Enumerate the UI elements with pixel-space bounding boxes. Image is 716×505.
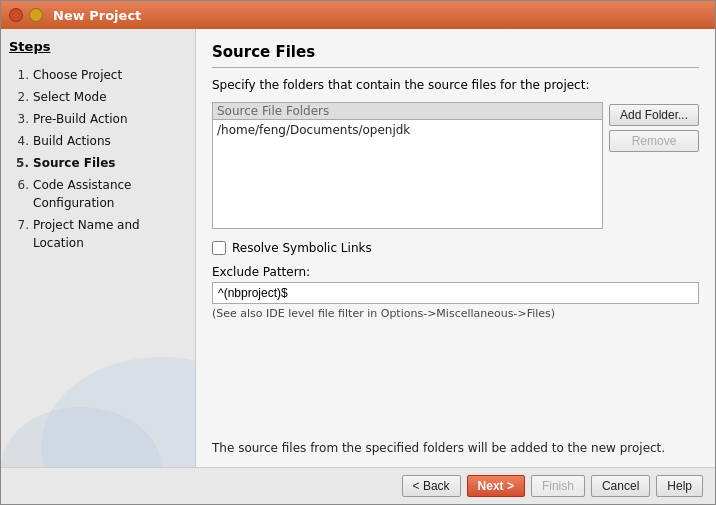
step-4: 4. Build Actions [9, 130, 187, 152]
step-2: 2. Select Mode [9, 86, 187, 108]
step-3-label: Pre-Build Action [33, 110, 128, 128]
step-7-label: Project Name and Location [33, 216, 185, 252]
content-area: Steps 1. Choose Project 2. Select Mode 3… [1, 29, 715, 467]
folder-section: Source File Folders /home/feng/Documents… [212, 102, 699, 229]
add-folder-button[interactable]: Add Folder... [609, 104, 699, 126]
sidebar-decoration [1, 327, 196, 467]
step-3: 3. Pre-Build Action [9, 108, 187, 130]
remove-button[interactable]: Remove [609, 130, 699, 152]
page-description: Specify the folders that contain the sou… [212, 78, 699, 92]
resolve-symbolic-links-checkbox[interactable] [212, 241, 226, 255]
folder-list[interactable]: /home/feng/Documents/openjdk [212, 119, 603, 229]
folder-list-label: Source File Folders [212, 102, 603, 119]
step-5-num: 5. [11, 154, 29, 172]
step-5: 5. Source Files [9, 152, 187, 174]
step-7-num: 7. [11, 216, 29, 252]
folder-buttons: Add Folder... Remove [609, 102, 699, 152]
main-panel: Source Files Specify the folders that co… [196, 29, 715, 467]
step-6: 6. Code Assistance Configuration [9, 174, 187, 214]
cancel-button[interactable]: Cancel [591, 475, 650, 497]
step-1-label: Choose Project [33, 66, 122, 84]
window-title: New Project [53, 8, 141, 23]
step-1-num: 1. [11, 66, 29, 84]
step-2-num: 2. [11, 88, 29, 106]
step-2-label: Select Mode [33, 88, 107, 106]
sidebar: Steps 1. Choose Project 2. Select Mode 3… [1, 29, 196, 467]
exclude-pattern-input[interactable] [212, 282, 699, 304]
page-title: Source Files [212, 43, 699, 68]
step-7: 7. Project Name and Location [9, 214, 187, 254]
resolve-symbolic-links-row: Resolve Symbolic Links [212, 241, 699, 255]
footer: < Back Next > Finish Cancel Help [1, 467, 715, 504]
help-button[interactable]: Help [656, 475, 703, 497]
exclude-note: (See also IDE level file filter in Optio… [212, 307, 699, 320]
next-button[interactable]: Next > [467, 475, 525, 497]
step-4-label: Build Actions [33, 132, 111, 150]
step-1: 1. Choose Project [9, 64, 187, 86]
minimize-button[interactable] [29, 8, 43, 22]
sidebar-heading: Steps [9, 39, 187, 54]
resolve-symbolic-links-label[interactable]: Resolve Symbolic Links [232, 241, 372, 255]
step-6-label: Code Assistance Configuration [33, 176, 185, 212]
step-6-num: 6. [11, 176, 29, 212]
back-button[interactable]: < Back [402, 475, 461, 497]
steps-list: 1. Choose Project 2. Select Mode 3. Pre-… [9, 64, 187, 254]
step-5-label: Source Files [33, 154, 115, 172]
bottom-description: The source files from the specified fold… [212, 439, 699, 457]
step-4-num: 4. [11, 132, 29, 150]
exclude-pattern-section: Exclude Pattern: (See also IDE level fil… [212, 265, 699, 320]
exclude-pattern-label: Exclude Pattern: [212, 265, 699, 279]
titlebar: New Project [1, 1, 715, 29]
folder-item: /home/feng/Documents/openjdk [215, 122, 600, 138]
close-button[interactable] [9, 8, 23, 22]
step-3-num: 3. [11, 110, 29, 128]
folder-list-container: Source File Folders /home/feng/Documents… [212, 102, 603, 229]
window: New Project Steps 1. Choose Project 2. S… [0, 0, 716, 505]
finish-button[interactable]: Finish [531, 475, 585, 497]
